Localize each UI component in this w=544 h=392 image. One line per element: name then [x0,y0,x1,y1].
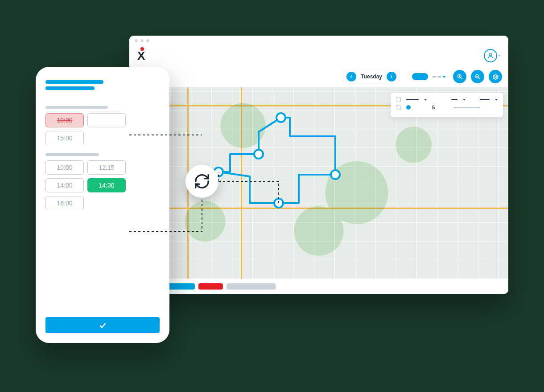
legend-checkbox[interactable] [396,97,401,102]
time-slot[interactable]: 12:15 [87,160,126,175]
chip-grey[interactable] [227,283,276,290]
phone-title [45,80,160,90]
time-slot[interactable]: 14:00 [45,178,84,192]
logo-dot [140,47,144,51]
legend-count: 5 [432,105,435,110]
day-picker: Tuesday [343,69,400,84]
sync-icon [185,165,218,198]
window-titlebar [129,36,508,45]
prev-day-button[interactable] [346,72,356,82]
time-slot-cancelled[interactable]: 10:00 [45,113,84,127]
title-bar [45,80,103,84]
svg-point-8 [495,76,496,78]
next-day-button[interactable] [387,72,396,82]
toolbar: Tuesday [129,66,508,87]
time-slot[interactable]: 15:00 [45,131,84,145]
zoom-in-button[interactable] [453,70,466,83]
traffic-light-dot [140,39,144,42]
route-legend: 5 [391,93,503,117]
legend-bar-icon [451,99,457,100]
svg-line-2 [461,78,462,79]
legend-bar-icon [406,99,419,100]
avatar-caret-icon[interactable]: ▾ [499,54,500,58]
app-logo: X [137,49,147,62]
settings-button[interactable] [489,70,502,83]
time-slot-selected[interactable]: 14:30 [87,178,126,192]
section-label [45,106,108,109]
zoom-out-button[interactable] [471,70,484,83]
filter-pill[interactable] [412,73,428,80]
day-label: Tuesday [361,74,382,80]
section-label [45,153,99,156]
svg-point-0 [489,53,491,56]
confirm-button[interactable] [45,317,160,333]
legend-route-dot-icon [406,105,411,110]
category-chips [129,279,508,294]
chip-blue[interactable] [166,283,195,290]
slot-group-1: 10:00 12:15 15:00 [45,113,160,145]
filter-dropdown[interactable] [433,76,446,78]
subtitle-bar [45,86,95,90]
user-avatar[interactable] [484,49,497,62]
slot-group-2: 10:00 12:15 14:00 14:30 16:00 [45,160,160,210]
time-slot[interactable]: 16:00 [45,196,84,210]
chip-red[interactable] [198,283,223,290]
svg-line-6 [478,78,480,79]
desktop-window: X ▾ Tuesday [129,36,508,294]
traffic-light-dot [135,39,138,42]
filter-group [412,73,446,80]
time-slot[interactable]: 12:15 [87,113,126,127]
legend-bar-icon [480,99,490,100]
time-slot[interactable]: 10:00 [45,160,84,175]
mobile-phone-mock: 10:00 12:15 15:00 10:00 12:15 14:00 14:3… [36,67,169,343]
legend-greybar-icon [453,107,480,108]
traffic-light-dot [146,39,149,42]
topbar: X ▾ [129,45,508,66]
legend-checkbox[interactable] [396,105,401,110]
